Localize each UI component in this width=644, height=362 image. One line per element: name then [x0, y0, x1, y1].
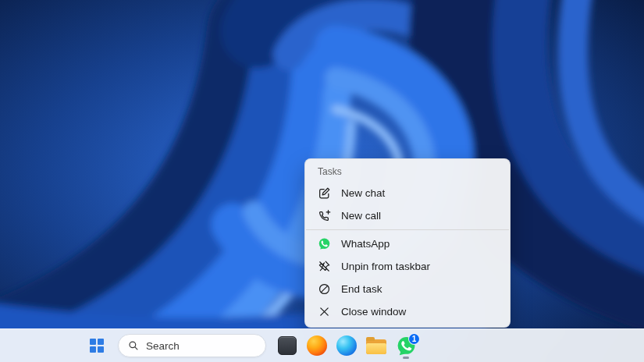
taskbar: Search 1 [0, 328, 644, 362]
menu-separator [306, 229, 509, 230]
unpin-icon [318, 260, 331, 273]
new-call-icon [318, 209, 331, 222]
new-chat-icon [318, 186, 331, 200]
menu-item-new-chat[interactable]: New chat [305, 182, 510, 204]
taskbar-app-edge[interactable] [333, 332, 361, 360]
search-icon [128, 340, 139, 351]
start-button[interactable] [83, 332, 111, 360]
menu-section-title: Tasks [305, 159, 510, 182]
taskbar-app-dark-window[interactable] [273, 332, 301, 360]
taskbar-app-whatsapp[interactable]: 1 [392, 332, 420, 360]
menu-item-unpin[interactable]: Unpin from taskbar [305, 255, 510, 278]
taskbar-app-firefox[interactable] [303, 332, 331, 360]
taskbar-context-menu: Tasks New chat New call WhatsAp [304, 158, 511, 328]
firefox-icon [307, 335, 327, 356]
menu-item-label: End task [341, 283, 382, 295]
taskbar-app-file-explorer[interactable] [362, 332, 390, 360]
search-input[interactable]: Search [118, 334, 266, 357]
windows-logo-icon [90, 339, 104, 353]
close-icon [318, 305, 331, 318]
edge-icon [336, 335, 357, 356]
end-task-icon [318, 282, 331, 296]
menu-item-label: New chat [341, 187, 385, 199]
menu-item-close-window[interactable]: Close window [305, 300, 510, 323]
notification-badge: 1 [408, 333, 420, 345]
search-label: Search [146, 340, 180, 352]
menu-item-end-task[interactable]: End task [305, 278, 510, 300]
menu-item-label: New call [341, 210, 381, 222]
menu-item-label: Unpin from taskbar [341, 261, 430, 272]
file-explorer-icon [366, 339, 386, 354]
menu-item-label: WhatsApp [341, 238, 390, 250]
menu-item-new-call[interactable]: New call [305, 204, 510, 227]
menu-item-label: Close window [341, 306, 406, 318]
dark-app-window-icon [278, 336, 297, 355]
whatsapp-icon [318, 237, 331, 250]
menu-item-whatsapp[interactable]: WhatsApp [305, 232, 510, 255]
taskbar-center-group: Search 1 [0, 332, 421, 360]
running-app-indicator [403, 357, 409, 359]
